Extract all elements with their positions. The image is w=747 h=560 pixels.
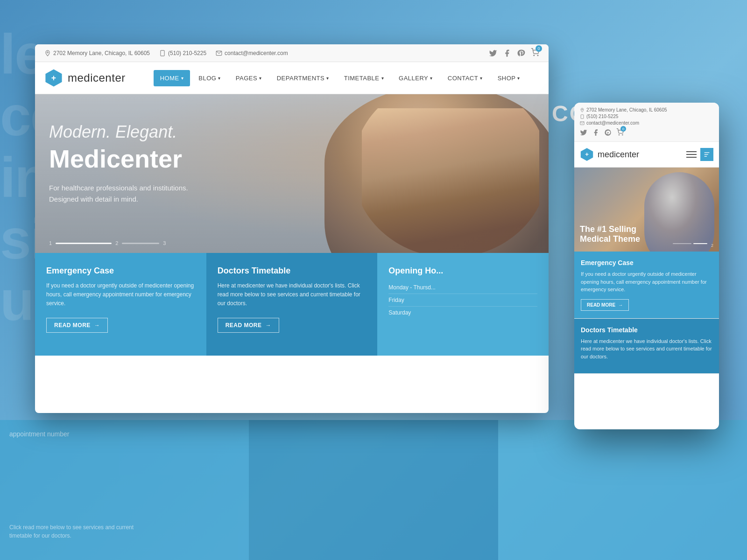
mobile-phone-icon bbox=[580, 114, 585, 119]
nav-item-gallery[interactable]: GALLERY ▾ bbox=[392, 70, 439, 86]
opening-hours-title: Opening Ho... bbox=[388, 266, 537, 276]
address-text: 2702 Memory Lane, Chicago, IL 60605 bbox=[53, 50, 150, 56]
mobile-arrow-icon: → bbox=[618, 302, 623, 308]
nav-arrow-gallery: ▾ bbox=[430, 76, 433, 81]
desktop-topbar: 2702 Memory Lane, Chicago, IL 60605 (510… bbox=[35, 44, 549, 62]
indicator-1[interactable]: 1 bbox=[49, 240, 52, 246]
facebook-icon[interactable] bbox=[503, 49, 511, 57]
mobile-logo-hex-icon: + bbox=[580, 147, 594, 161]
filter-icon bbox=[703, 151, 711, 158]
desktop-navbar: + medicenter HOME ▾ BLOG ▾ PAGES ▾ DEPAR… bbox=[35, 62, 549, 94]
svg-rect-1 bbox=[161, 50, 164, 56]
mobile-emergency-read-more-button[interactable]: READ MORE → bbox=[581, 299, 629, 311]
background-bottom-cards: appointment number Click read more below… bbox=[0, 420, 747, 560]
mobile-emergency-card: Emergency Case If you need a doctor urge… bbox=[574, 252, 719, 319]
svg-point-5 bbox=[537, 55, 538, 56]
mobile-logo[interactable]: + medicenter bbox=[580, 147, 639, 161]
nav-item-departments[interactable]: DEPARTMENTS ▾ bbox=[270, 70, 336, 86]
nav-item-contact[interactable]: CONTACT ▾ bbox=[441, 70, 489, 86]
indicator-bar-2[interactable] bbox=[122, 243, 159, 244]
mobile-email-item: contact@medicenter.com bbox=[580, 120, 713, 126]
indicator-bar-1[interactable] bbox=[56, 243, 112, 244]
mobile-timetable-desc: Here at medicenter we have individual do… bbox=[581, 337, 712, 361]
svg-point-13 bbox=[622, 134, 623, 135]
email-text: contact@medicenter.com bbox=[225, 50, 288, 56]
svg-text:+: + bbox=[51, 73, 56, 83]
opening-hours-rows: Monday - Thursd... Friday Saturday bbox=[388, 281, 537, 319]
timetable-read-more-button[interactable]: READ MORE → bbox=[218, 318, 279, 333]
mobile-email-text: contact@medicenter.com bbox=[586, 120, 639, 126]
svg-point-12 bbox=[619, 134, 619, 135]
nav-arrow-blog: ▾ bbox=[218, 76, 221, 81]
mobile-indicator-2[interactable] bbox=[693, 243, 707, 244]
mobile-pinterest-icon[interactable] bbox=[604, 129, 612, 136]
hero-section: Modern. Elegant. Medicenter For healthca… bbox=[35, 94, 549, 253]
pinterest-icon[interactable] bbox=[517, 49, 525, 57]
opening-row-friday: Friday bbox=[388, 294, 537, 307]
indicator-2[interactable]: 2 bbox=[115, 240, 118, 246]
mobile-nav-controls bbox=[686, 148, 713, 161]
mobile-cart-wrap[interactable]: 0 bbox=[616, 128, 624, 137]
nav-item-home[interactable]: HOME ▾ bbox=[154, 70, 190, 86]
emergency-card: Emergency Case If you need a doctor urge… bbox=[35, 253, 206, 356]
mobile-timetable-card: Doctors Timetable Here at medicenter we … bbox=[574, 319, 719, 374]
timetable-card: Doctors Timetable Here at medicenter we … bbox=[206, 253, 378, 356]
nav-arrow-timetable: ▾ bbox=[381, 76, 384, 81]
timetable-card-title: Doctors Timetable bbox=[218, 266, 366, 276]
cart-badge: 0 bbox=[536, 45, 542, 52]
nav-item-shop[interactable]: SHOP ▾ bbox=[491, 70, 527, 86]
emergency-card-desc: If you need a doctor urgently outside of… bbox=[46, 281, 195, 308]
mobile-emergency-desc: If you need a doctor urgently outside of… bbox=[581, 270, 712, 294]
mobile-slide-indicators: 2 bbox=[673, 243, 713, 248]
indicator-3[interactable]: 3 bbox=[163, 240, 166, 246]
logo-hex-icon: + bbox=[44, 69, 63, 87]
opening-hours-card: Opening Ho... Monday - Thursd... Friday … bbox=[377, 253, 549, 356]
nav-arrow-departments: ▾ bbox=[326, 76, 329, 81]
mobile-hero-person bbox=[644, 172, 714, 252]
hero-subtitle: Modern. Elegant. bbox=[49, 122, 188, 142]
svg-point-8 bbox=[582, 109, 583, 110]
hero-content: Modern. Elegant. Medicenter For healthca… bbox=[49, 122, 188, 205]
mobile-phone-item: (510) 210-5225 bbox=[580, 114, 713, 119]
mobile-twitter-icon[interactable] bbox=[580, 129, 587, 136]
mobile-email-icon bbox=[580, 121, 585, 126]
mobile-topbar: 2702 Memory Lane, Chicago, IL 60605 (510… bbox=[574, 103, 719, 142]
cards-section: Emergency Case If you need a doctor urge… bbox=[35, 253, 549, 356]
svg-point-4 bbox=[534, 55, 535, 56]
hamburger-menu-button[interactable] bbox=[686, 151, 697, 158]
arrow-icon: → bbox=[266, 322, 272, 329]
mobile-address-text: 2702 Memory Lane, Chicago, IL 60605 bbox=[586, 107, 667, 112]
nav-item-timetable[interactable]: TIMETABLE ▾ bbox=[338, 70, 390, 86]
desktop-logo[interactable]: + medicenter bbox=[44, 69, 126, 87]
hamburger-line-1 bbox=[686, 151, 697, 152]
nav-arrow-home: ▾ bbox=[181, 76, 184, 81]
mobile-indicator-1[interactable] bbox=[673, 243, 691, 244]
emergency-read-more-button[interactable]: READ MORE → bbox=[46, 318, 108, 333]
mobile-social-row: 0 bbox=[580, 128, 713, 137]
mobile-indicator-num: 2 bbox=[711, 243, 713, 248]
hamburger-line-2 bbox=[686, 154, 697, 155]
nav-item-blog[interactable]: BLOG ▾ bbox=[192, 70, 227, 86]
phone-item: (510) 210-5225 bbox=[159, 50, 206, 56]
mobile-phone-text: (510) 210-5225 bbox=[586, 114, 618, 119]
mobile-hero-title-line2: Medical Theme bbox=[580, 234, 640, 245]
mobile-location-icon bbox=[580, 108, 585, 112]
mobile-hero-text: The #1 Selling Medical Theme bbox=[580, 224, 640, 245]
svg-point-0 bbox=[47, 51, 49, 53]
social-icons-group: 0 bbox=[489, 48, 539, 58]
timetable-card-desc: Here at medicenter we have individual do… bbox=[218, 281, 366, 308]
phone-text: (510) 210-5225 bbox=[168, 50, 206, 56]
mobile-cart-badge: 0 bbox=[620, 126, 626, 132]
mobile-filter-button[interactable] bbox=[700, 148, 713, 161]
mobile-logo-text: medicenter bbox=[598, 150, 639, 160]
nav-item-pages[interactable]: PAGES ▾ bbox=[229, 70, 268, 86]
mobile-hero-title-line1: The #1 Selling bbox=[580, 224, 640, 235]
mobile-timetable-title: Doctors Timetable bbox=[581, 326, 712, 334]
mobile-facebook-icon[interactable] bbox=[592, 129, 599, 136]
twitter-icon[interactable] bbox=[489, 49, 497, 57]
cart-icon-wrap[interactable]: 0 bbox=[531, 48, 539, 58]
mobile-emergency-title: Emergency Case bbox=[581, 259, 712, 266]
mobile-address-item: 2702 Memory Lane, Chicago, IL 60605 bbox=[580, 107, 713, 112]
opening-row-saturday: Saturday bbox=[388, 307, 537, 319]
hero-title: Medicenter bbox=[49, 144, 188, 173]
